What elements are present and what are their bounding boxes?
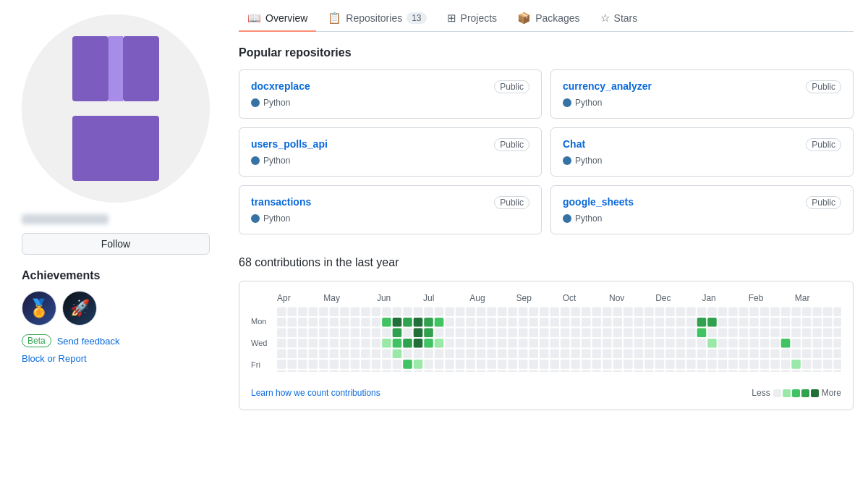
svg-rect-231	[613, 318, 623, 327]
svg-rect-183	[540, 328, 549, 338]
svg-rect-342	[781, 307, 791, 316]
legend-cell-3	[801, 389, 809, 397]
svg-rect-268	[665, 339, 675, 348]
svg-rect-259	[655, 318, 665, 327]
svg-rect-60	[351, 360, 360, 369]
repo-name-transactions[interactable]: transactions	[251, 196, 311, 208]
svg-rect-297	[707, 349, 717, 359]
svg-rect-167	[519, 307, 528, 316]
svg-rect-252	[644, 318, 654, 327]
svg-rect-306	[718, 370, 728, 372]
svg-rect-78	[382, 328, 391, 338]
svg-rect-346	[781, 349, 791, 359]
svg-rect-7	[277, 318, 286, 327]
svg-rect-94	[403, 349, 412, 359]
svg-rect-188	[550, 307, 559, 316]
svg-rect-372	[823, 328, 833, 338]
repo-name-users-polls-api[interactable]: users_polls_api	[251, 138, 328, 150]
svg-rect-322	[749, 318, 759, 327]
svg-rect-108	[424, 349, 433, 359]
svg-rect-84	[393, 318, 402, 327]
svg-rect-316	[739, 328, 749, 338]
svg-rect-1	[72, 36, 109, 101]
svg-rect-233	[613, 339, 623, 348]
svg-rect-284	[686, 360, 696, 369]
repo-lang-users-polls-api: Python	[251, 156, 529, 166]
svg-rect-75	[372, 370, 381, 372]
svg-rect-341	[770, 370, 780, 372]
svg-rect-21	[298, 318, 307, 327]
send-feedback-link[interactable]: Send feedback	[57, 336, 120, 347]
row-label-mon: Mon	[251, 317, 274, 326]
svg-rect-364	[812, 318, 822, 327]
svg-rect-157	[498, 349, 507, 359]
svg-rect-154	[498, 318, 507, 327]
svg-rect-271	[665, 370, 675, 372]
tab-stars-label: Stars	[614, 12, 638, 24]
svg-rect-358	[802, 328, 812, 338]
svg-rect-129	[456, 349, 465, 359]
svg-rect-6	[277, 307, 286, 316]
svg-rect-356	[802, 307, 812, 316]
repo-name-google-sheets[interactable]: google_sheets	[563, 196, 634, 208]
svg-rect-250	[634, 370, 644, 372]
svg-rect-307	[728, 307, 738, 316]
tab-stars[interactable]: ☆ Stars	[592, 6, 647, 32]
svg-rect-107	[424, 339, 433, 348]
svg-rect-279	[686, 307, 696, 316]
svg-rect-175	[529, 318, 538, 327]
svg-rect-44	[330, 339, 339, 348]
svg-rect-176	[529, 328, 538, 338]
svg-rect-248	[634, 349, 644, 359]
popular-repos-title: Popular repositories	[239, 46, 854, 59]
follow-button[interactable]: Follow	[22, 233, 210, 255]
svg-rect-258	[655, 307, 665, 316]
repo-name-docxreplace[interactable]: docxreplace	[251, 80, 310, 92]
tab-overview[interactable]: 📖 Overview	[239, 6, 316, 32]
svg-rect-119	[445, 318, 454, 327]
svg-rect-165	[508, 360, 517, 369]
contrib-legend: Learn how we count contributions Less Mo…	[251, 388, 841, 398]
svg-rect-192	[550, 349, 559, 359]
repo-name-currency-analyzer[interactable]: currency_analyzer	[563, 80, 652, 92]
svg-rect-35	[319, 318, 328, 327]
repositories-count: 13	[407, 12, 426, 24]
svg-rect-114	[435, 339, 444, 348]
svg-rect-328	[760, 307, 770, 316]
sidebar: Follow Achievements 🏅 🚀 Beta Send feedba…	[0, 0, 231, 479]
svg-rect-159	[498, 370, 507, 372]
svg-rect-357	[802, 318, 812, 327]
tab-packages[interactable]: 📦 Packages	[509, 6, 588, 32]
svg-rect-251	[644, 307, 654, 316]
svg-rect-280	[686, 318, 696, 327]
repo-name-chat[interactable]: Chat	[563, 138, 585, 150]
svg-rect-230	[613, 307, 623, 316]
svg-rect-163	[508, 339, 517, 348]
svg-rect-34	[319, 307, 328, 316]
tab-projects[interactable]: ⊞ Projects	[438, 6, 506, 32]
svg-rect-318	[739, 349, 749, 359]
svg-rect-221	[592, 360, 601, 369]
svg-rect-292	[697, 370, 707, 372]
repo-card-currency-analyzer: currency_analyzer Public Python	[550, 69, 854, 119]
block-report-link[interactable]: Block or Report	[22, 353, 217, 364]
svg-rect-234	[613, 349, 623, 359]
repo-card-users-polls-api: users_polls_api Public Python	[239, 127, 542, 177]
svg-rect-156	[498, 339, 507, 348]
svg-rect-13	[288, 307, 297, 316]
svg-rect-329	[760, 318, 770, 327]
svg-rect-137	[466, 360, 475, 369]
achievement-badge-1[interactable]: 🏅	[22, 291, 56, 326]
svg-rect-290	[697, 349, 707, 359]
achievement-badge-2[interactable]: 🚀	[62, 291, 97, 326]
repo-lang-label-currency-analyzer: Python	[575, 98, 602, 108]
repo-lang-label-google-sheets: Python	[575, 213, 602, 224]
svg-rect-257	[644, 370, 654, 372]
legend-link[interactable]: Learn how we count contributions	[251, 388, 380, 398]
svg-rect-214	[582, 360, 591, 369]
svg-rect-162	[508, 328, 517, 338]
tab-repositories[interactable]: 📋 Repositories 13	[319, 6, 435, 32]
svg-rect-180	[529, 370, 538, 372]
svg-rect-301	[718, 318, 728, 327]
svg-rect-312	[728, 360, 738, 369]
